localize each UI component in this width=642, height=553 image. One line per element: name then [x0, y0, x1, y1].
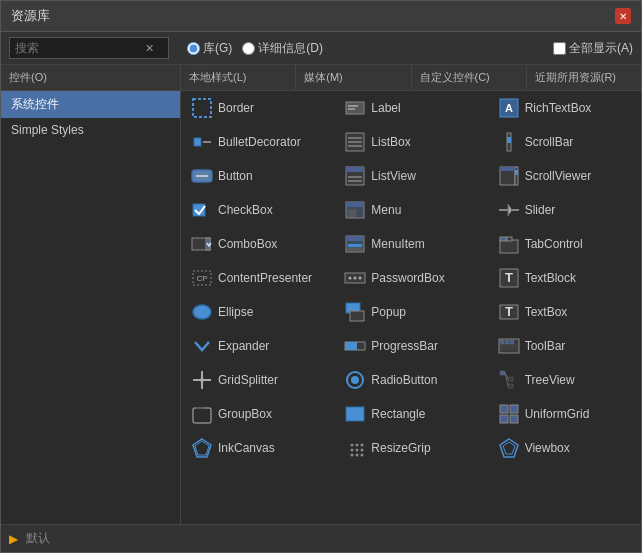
- bulletdecorator-item[interactable]: BulletDecorator: [187, 129, 328, 155]
- table-cell: Viewbox: [488, 431, 641, 465]
- combobox-item[interactable]: ComboBox: [187, 231, 328, 257]
- show-all-input[interactable]: [553, 42, 566, 55]
- col-header-local-styles: 本地样式(L): [181, 65, 296, 90]
- textblock-item[interactable]: T TextBlock: [494, 265, 635, 291]
- sidebar-item-simple-styles[interactable]: Simple Styles: [1, 118, 180, 142]
- uniformgrid-item[interactable]: UniformGrid: [494, 401, 635, 427]
- table-cell: GridSplitter: [181, 363, 334, 397]
- table-row: BulletDecorator Li: [181, 125, 641, 159]
- expander-item[interactable]: Expander: [187, 333, 328, 359]
- passwordbox-item[interactable]: PasswordBox: [340, 265, 481, 291]
- svg-marker-30: [508, 204, 512, 216]
- inkcanvas-item[interactable]: InkCanvas: [187, 435, 328, 461]
- svg-rect-68: [508, 384, 513, 388]
- svg-rect-76: [510, 405, 518, 413]
- resizegrip-item[interactable]: ResizeGrip: [340, 435, 481, 461]
- table-cell: Rectangle: [334, 397, 487, 431]
- show-all-checkbox[interactable]: 全部显示(A): [553, 40, 633, 57]
- svg-point-87: [351, 454, 354, 457]
- treeview-item[interactable]: TreeView: [494, 367, 635, 393]
- checkbox-label: CheckBox: [218, 203, 273, 217]
- sidebar-item-system-controls[interactable]: 系统控件: [1, 91, 180, 118]
- content-area: 系统控件 Simple Styles: [1, 91, 641, 524]
- label-item[interactable]: Label: [340, 95, 481, 121]
- progressbar-item[interactable]: ProgressBar: [340, 333, 481, 359]
- svg-rect-38: [500, 237, 506, 241]
- richtextbox-item[interactable]: A RichTextBox: [494, 95, 635, 121]
- table-cell: T TextBlock: [488, 261, 641, 295]
- checkbox-item[interactable]: CheckBox: [187, 197, 328, 223]
- table-row: CheckBox Menu: [181, 193, 641, 227]
- listview-item[interactable]: ListView: [340, 163, 481, 189]
- svg-rect-13: [507, 137, 511, 143]
- contentpresenter-item[interactable]: CP ContentPresenter: [187, 265, 328, 291]
- slider-label: Slider: [525, 203, 556, 217]
- window-title: 资源库: [11, 7, 50, 25]
- table-cell: GroupBox: [181, 397, 334, 431]
- viewbox-item[interactable]: Viewbox: [494, 435, 635, 461]
- border-item[interactable]: Border: [187, 95, 328, 121]
- svg-rect-34: [346, 236, 364, 241]
- svg-marker-91: [503, 442, 515, 454]
- menu-item[interactable]: Menu: [340, 197, 481, 223]
- table-cell: ScrollBar: [488, 125, 641, 159]
- popup-item[interactable]: Popup: [340, 299, 481, 325]
- button-item[interactable]: Button: [187, 163, 328, 189]
- table-cell: ToolBar: [488, 329, 641, 363]
- search-input[interactable]: [15, 41, 145, 55]
- bottom-bar: ▶ 默认: [1, 524, 641, 552]
- svg-point-86: [361, 449, 364, 452]
- expander-icon: [191, 335, 213, 357]
- listbox-item[interactable]: ListBox: [340, 129, 481, 155]
- tabcontrol-icon: [498, 233, 520, 255]
- slider-item[interactable]: Slider: [494, 197, 635, 223]
- textbox-item[interactable]: T TextBox: [494, 299, 635, 325]
- ellipse-item[interactable]: Ellipse: [187, 299, 328, 325]
- rectangle-item[interactable]: Rectangle: [340, 401, 481, 427]
- table-cell: MenuItem: [334, 227, 487, 261]
- scrollbar-label: ScrollBar: [525, 135, 574, 149]
- viewbox-icon: [498, 437, 520, 459]
- sidebar-item-simple-label: Simple Styles: [11, 123, 84, 137]
- table-row: InkCanvas: [181, 431, 641, 465]
- search-clear-button[interactable]: ✕: [145, 42, 154, 55]
- svg-rect-26: [346, 202, 364, 207]
- svg-rect-58: [510, 340, 514, 344]
- groupbox-item[interactable]: GroupBox: [187, 401, 328, 427]
- passwordbox-label: PasswordBox: [371, 271, 444, 285]
- svg-rect-22: [515, 170, 518, 175]
- groupbox-icon: [191, 403, 213, 425]
- table-cell: T TextBox: [488, 295, 641, 329]
- table-cell: CheckBox: [181, 193, 334, 227]
- svg-text:A: A: [505, 102, 513, 114]
- tabcontrol-item[interactable]: TabControl: [494, 231, 635, 257]
- close-button[interactable]: ✕: [615, 8, 631, 24]
- radio-detail-input[interactable]: [242, 42, 255, 55]
- slider-icon: [498, 199, 520, 221]
- svg-rect-1: [346, 102, 364, 114]
- radiobutton-item[interactable]: RadioButton: [340, 367, 481, 393]
- radio-detail[interactable]: 详细信息(D): [242, 40, 323, 57]
- popup-icon: [344, 301, 366, 323]
- scrollbar-item[interactable]: ScrollBar: [494, 129, 635, 155]
- listview-icon: [344, 165, 366, 187]
- radio-library-input[interactable]: [187, 42, 200, 55]
- radio-detail-label: 详细信息(D): [258, 40, 323, 57]
- radio-library[interactable]: 库(G): [187, 40, 232, 57]
- table-cell: ListBox: [334, 125, 487, 159]
- scrollviewer-icon: [498, 165, 520, 187]
- ellipse-label: Ellipse: [218, 305, 253, 319]
- bottom-arrow: ▶: [9, 532, 18, 546]
- table-cell: Menu: [334, 193, 487, 227]
- border-icon: [191, 97, 213, 119]
- table-cell: Border: [181, 91, 334, 125]
- svg-rect-57: [505, 340, 509, 344]
- svg-point-43: [349, 277, 352, 280]
- uniformgrid-label: UniformGrid: [525, 407, 590, 421]
- scrollviewer-item[interactable]: ScrollViewer: [494, 163, 635, 189]
- gridsplitter-item[interactable]: GridSplitter: [187, 367, 328, 393]
- menuitem-item[interactable]: MenuItem: [340, 231, 481, 257]
- toolbar-item[interactable]: ToolBar: [494, 333, 635, 359]
- table-cell: Expander: [181, 329, 334, 363]
- button-icon: [191, 165, 213, 187]
